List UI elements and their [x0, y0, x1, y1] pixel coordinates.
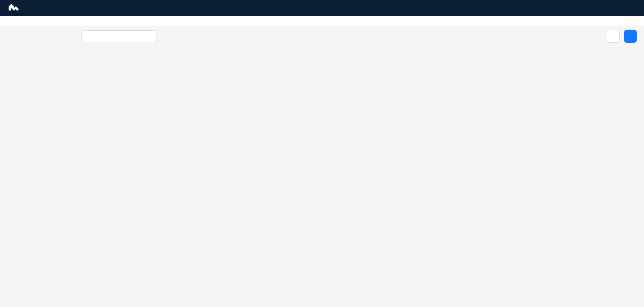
content-area — [0, 26, 644, 47]
plugin-search-input[interactable] — [82, 30, 157, 42]
filter-toolbar — [82, 29, 637, 43]
bulk-activate-button[interactable] — [607, 30, 620, 43]
nocobase-logo[interactable] — [8, 3, 26, 13]
category-sidebar — [0, 26, 82, 47]
nocobase-logo-icon — [8, 3, 19, 13]
top-navbar — [0, 0, 644, 16]
plugin-main-panel — [82, 26, 644, 46]
page-header — [0, 16, 644, 26]
toolbar-actions — [607, 30, 637, 43]
add-update-button[interactable] — [624, 30, 637, 43]
